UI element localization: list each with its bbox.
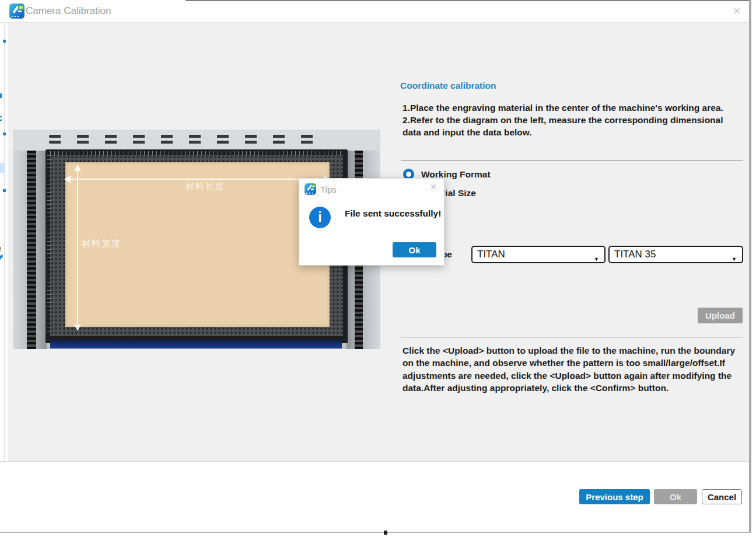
arrowhead-down-icon <box>74 325 81 331</box>
instruction-line-1: 1.Place the engraving material in the ce… <box>402 103 723 113</box>
logo-badge: M <box>18 5 23 10</box>
background-fragment <box>0 93 2 98</box>
divider <box>401 160 743 161</box>
machine-blue-strip <box>50 340 342 348</box>
tips-title: Tips <box>320 184 337 194</box>
upload-note-text: Click the <Upload> button to upload the … <box>402 344 740 395</box>
bottom-tick-mark <box>384 531 387 535</box>
title-bar <box>0 0 749 23</box>
width-arrow <box>77 170 78 325</box>
camera-calibration-window: c e M Camera Calibration ✕ 材料长度 <box>0 0 756 537</box>
laser-glyph-dots <box>306 193 313 194</box>
chevron-down-icon: ▼ <box>594 252 599 267</box>
window-right-border <box>749 0 751 533</box>
tips-message: File sent successfully! <box>345 208 441 219</box>
material-width-label: 材料宽度 <box>82 238 121 249</box>
instruction-line-2: 2.Refer to the diagram on the left, meas… <box>402 115 723 137</box>
vent-slots <box>49 141 328 144</box>
window-bottom-border <box>0 532 751 533</box>
previous-step-button[interactable]: Previous step <box>579 489 650 504</box>
background-fragment-letter: e <box>0 243 1 254</box>
tips-ok-button[interactable]: Ok <box>393 242 436 257</box>
background-fragment-letter: c <box>0 112 2 124</box>
vent-slots <box>49 135 328 138</box>
device-series-select[interactable]: TITAN ▼ <box>471 246 606 263</box>
tips-logo-icon: M <box>304 183 316 195</box>
arrowhead-left-icon <box>64 176 71 183</box>
length-arrow <box>70 179 324 180</box>
device-series-value: TITAN <box>477 249 505 260</box>
arrowhead-up-icon <box>74 165 81 171</box>
background-fragment <box>3 132 6 135</box>
background-window-edge <box>4 22 5 461</box>
laser-glyph-arm <box>311 189 314 190</box>
window-close-icon[interactable]: ✕ <box>729 5 744 18</box>
tips-dialog: M Tips ✕ i File sent successfully! Ok <box>299 178 444 266</box>
ok-button[interactable]: Ok <box>654 489 697 504</box>
coordinate-calibration-heading: Coordinate calibration <box>400 81 496 91</box>
background-fragment <box>0 254 4 260</box>
top-ruler <box>50 151 343 155</box>
window-top-border <box>186 0 751 1</box>
cancel-button[interactable]: Cancel <box>702 489 742 504</box>
left-ruler <box>47 155 51 335</box>
left-gear-rail <box>27 151 36 349</box>
window-title: Camera Calibration <box>26 5 111 17</box>
device-model-value: TITAN 35 <box>614 249 656 260</box>
background-fragment <box>3 189 6 192</box>
background-fragment <box>3 40 6 43</box>
laser-glyph-arm <box>18 11 22 12</box>
device-model-select[interactable]: TITAN 35 ▼ <box>608 246 743 263</box>
tips-close-icon[interactable]: ✕ <box>428 182 439 194</box>
background-fragment <box>0 163 5 173</box>
chevron-down-icon: ▼ <box>732 252 737 267</box>
instructions-text: 1.Place the engraving material in the ce… <box>402 102 729 138</box>
app-logo-icon: M <box>9 4 24 19</box>
upload-button[interactable]: Upload <box>698 308 743 323</box>
divider <box>401 337 743 337</box>
info-icon: i <box>309 207 331 228</box>
laser-glyph-dots <box>12 16 20 17</box>
logo-badge: M <box>312 184 316 188</box>
material-length-label: 材料长度 <box>186 181 225 192</box>
machine-top-panel <box>13 130 380 151</box>
